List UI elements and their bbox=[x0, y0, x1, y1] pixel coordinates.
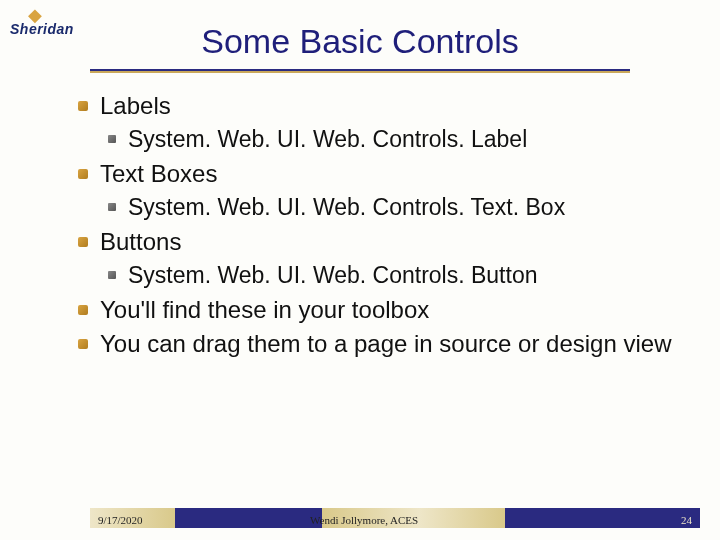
bullet-toolbox: You'll find these in your toolbox bbox=[100, 295, 680, 325]
square-bullet-icon bbox=[108, 135, 116, 143]
square-bullet-icon bbox=[78, 339, 88, 349]
square-bullet-icon bbox=[78, 305, 88, 315]
subbullet-text: System. Web. UI. Web. Controls. Text. Bo… bbox=[128, 194, 565, 220]
bullet-buttons: Buttons bbox=[100, 227, 680, 257]
square-bullet-icon bbox=[78, 101, 88, 111]
footer-page-number: 24 bbox=[681, 514, 692, 526]
subbullet-textboxes-class: System. Web. UI. Web. Controls. Text. Bo… bbox=[128, 193, 680, 223]
subbullet-labels-class: System. Web. UI. Web. Controls. Label bbox=[128, 125, 680, 155]
footer-date: 9/17/2020 bbox=[98, 514, 143, 526]
bullet-text: Text Boxes bbox=[100, 160, 217, 187]
slide-title: Some Basic Controls bbox=[0, 0, 720, 61]
subbullet-text: System. Web. UI. Web. Controls. Button bbox=[128, 262, 537, 288]
bullet-drag: You can drag them to a page in source or… bbox=[100, 329, 680, 359]
sheridan-logo: ◆ Sheridan bbox=[10, 6, 74, 36]
bullet-text: Labels bbox=[100, 92, 171, 119]
footer-author: Wendi Jollymore, ACES bbox=[310, 514, 418, 526]
bullet-text: Buttons bbox=[100, 228, 181, 255]
bullet-textboxes: Text Boxes bbox=[100, 159, 680, 189]
subbullet-text: System. Web. UI. Web. Controls. Label bbox=[128, 126, 527, 152]
square-bullet-icon bbox=[78, 237, 88, 247]
logo-text: Sheridan bbox=[10, 21, 74, 37]
bullet-text: You'll find these in your toolbox bbox=[100, 296, 429, 323]
slide-body: Labels System. Web. UI. Web. Controls. L… bbox=[0, 73, 720, 359]
bullet-labels: Labels bbox=[100, 91, 680, 121]
bullet-text: You can drag them to a page in source or… bbox=[100, 330, 671, 357]
square-bullet-icon bbox=[78, 169, 88, 179]
square-bullet-icon bbox=[108, 203, 116, 211]
subbullet-buttons-class: System. Web. UI. Web. Controls. Button bbox=[128, 261, 680, 291]
square-bullet-icon bbox=[108, 271, 116, 279]
